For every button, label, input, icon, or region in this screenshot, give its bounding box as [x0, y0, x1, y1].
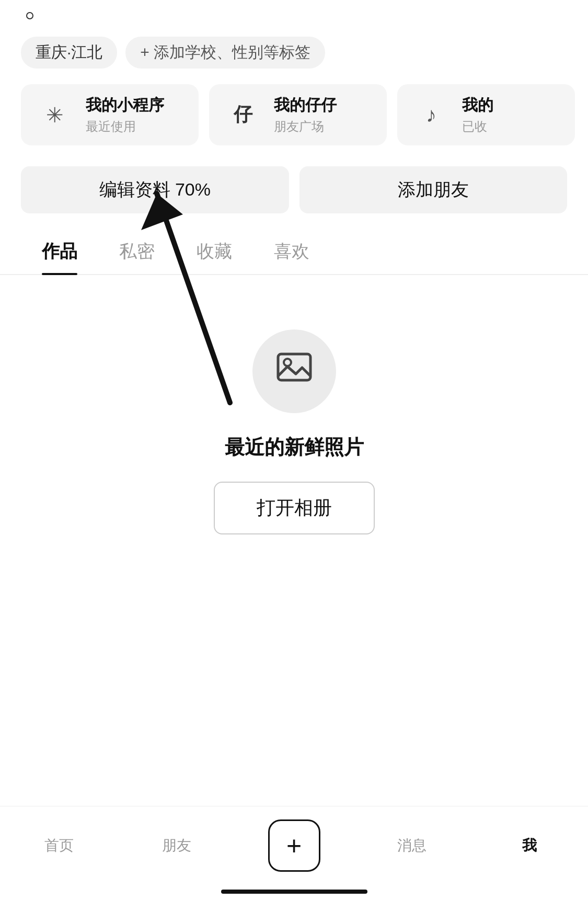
- mini-app-desc-0: 最近使用: [86, 118, 164, 135]
- nav-item-messages[interactable]: 消息: [381, 836, 443, 856]
- open-album-button[interactable]: 打开相册: [214, 482, 375, 534]
- content-area: 最近的新鲜照片 打开相册: [0, 275, 588, 589]
- nav-label-home: 首页: [44, 836, 74, 856]
- mini-app-name-2: 我的: [462, 95, 493, 116]
- tab-favorites[interactable]: 收藏: [176, 229, 253, 274]
- bottom-nav: 首页 朋友 + 消息 我: [0, 806, 588, 900]
- nav-item-add[interactable]: +: [263, 819, 326, 872]
- mini-app-desc-2: 已收: [462, 118, 493, 135]
- empty-state-text: 最近的新鲜照片: [225, 434, 364, 461]
- status-dot: [26, 12, 33, 19]
- edit-profile-button[interactable]: 编辑资料 70%: [21, 166, 289, 213]
- empty-photo-icon: [276, 349, 313, 394]
- nav-add-icon[interactable]: +: [268, 819, 320, 872]
- nav-label-messages: 消息: [397, 836, 426, 856]
- mini-app-desc-1: 朋友广场: [274, 118, 337, 135]
- tab-likes[interactable]: 喜欢: [253, 229, 330, 274]
- mini-app-info-2: 我的 已收: [462, 95, 493, 135]
- mini-app-info-0: 我的小程序 最近使用: [86, 95, 164, 135]
- nav-item-me[interactable]: 我: [498, 836, 561, 856]
- status-bar: [0, 0, 588, 31]
- location-tag[interactable]: 重庆·江北: [21, 37, 117, 69]
- action-buttons-row: 编辑资料 70% 添加朋友: [0, 156, 588, 224]
- svg-rect-2: [278, 354, 310, 380]
- add-tag-button[interactable]: + 添加学校、性别等标签: [125, 37, 325, 69]
- mini-app-item-2[interactable]: ♪ 我的 已收: [397, 84, 575, 145]
- mini-app-item-1[interactable]: 仔 我的仔仔 朋友广场: [209, 84, 387, 145]
- empty-icon-wrap: [252, 329, 336, 413]
- home-indicator: [221, 890, 367, 894]
- mini-app-icon-2: ♪: [413, 97, 449, 133]
- mini-app-name-1: 我的仔仔: [274, 95, 337, 116]
- mini-apps-row: ✳ 我的小程序 最近使用 仔 我的仔仔 朋友广场 ♪ 我的 已收: [0, 79, 588, 156]
- nav-label-me: 我: [522, 836, 537, 856]
- tab-works[interactable]: 作品: [21, 229, 98, 274]
- mini-app-name-0: 我的小程序: [86, 95, 164, 116]
- mini-app-icon-0: ✳: [37, 97, 73, 133]
- add-friend-button[interactable]: 添加朋友: [299, 166, 568, 213]
- mini-app-icon-1: 仔: [225, 97, 261, 133]
- nav-item-friends[interactable]: 朋友: [145, 836, 208, 856]
- mini-app-info-1: 我的仔仔 朋友广场: [274, 95, 337, 135]
- location-tag-row: 重庆·江北 + 添加学校、性别等标签: [0, 31, 588, 79]
- tabs-row: 作品 私密 收藏 喜欢: [0, 229, 588, 275]
- nav-label-friends: 朋友: [162, 836, 191, 856]
- svg-point-3: [284, 359, 291, 366]
- nav-item-home[interactable]: 首页: [28, 836, 90, 856]
- tab-private[interactable]: 私密: [98, 229, 176, 274]
- mini-app-item-0[interactable]: ✳ 我的小程序 最近使用: [21, 84, 199, 145]
